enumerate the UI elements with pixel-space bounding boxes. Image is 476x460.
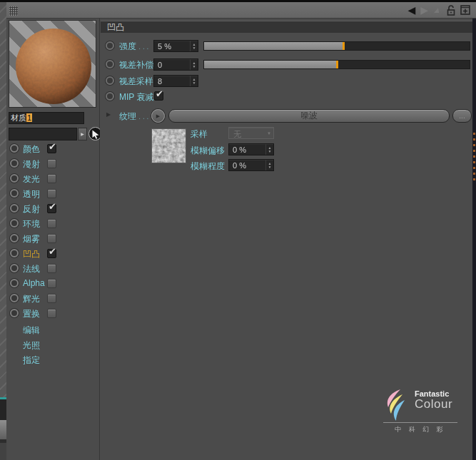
sidebar-item-illumination[interactable]: 光照 (23, 339, 40, 352)
channel-row-glow[interactable]: 辉光 ✔ (6, 292, 100, 306)
stepper-down-icon[interactable]: ▼ (193, 65, 196, 68)
channel-label[interactable]: 法线 (23, 263, 40, 275)
channel-row-alpha[interactable]: Alpha ✔ (6, 277, 100, 291)
channel-label[interactable]: 漫射 (23, 158, 40, 170)
texture-expand-icon[interactable]: ▶ (106, 111, 111, 118)
channel-row-environment[interactable]: 环境 ✔ (6, 217, 100, 231)
channel-row-transparency[interactable]: 透明 ✔ (6, 187, 100, 201)
channel-radio[interactable] (10, 219, 19, 228)
channel-radio[interactable] (10, 204, 19, 213)
forward-icon[interactable]: ▶ (420, 2, 428, 18)
blur-offset-input[interactable]: 0 % ▲ ▼ (228, 143, 274, 155)
channel-label[interactable]: 辉光 (23, 293, 40, 305)
channel-radio[interactable] (10, 279, 19, 287)
background-right-edge (472, 19, 476, 460)
texture-shader-button[interactable]: 噪波 (168, 109, 450, 123)
lock-open-icon[interactable] (447, 4, 455, 16)
sidebar-item-edit[interactable]: 编辑 (23, 324, 40, 337)
parallax-offset-stepper[interactable]: ▲ ▼ (190, 59, 198, 70)
stepper-down-icon[interactable]: ▼ (268, 165, 272, 169)
strength-anim-dot[interactable] (106, 41, 114, 50)
channel-label[interactable]: 发光 (23, 173, 40, 185)
channel-radio[interactable] (10, 309, 19, 317)
channel-radio[interactable] (10, 234, 19, 242)
channel-row-bump[interactable]: 凹凸 ✔ (6, 247, 100, 261)
noise-texture-thumbnail[interactable] (151, 128, 186, 163)
blur-offset-stepper[interactable]: ▲ ▼ (265, 144, 273, 155)
channel-label[interactable]: 透明 (23, 188, 40, 200)
channel-checkbox[interactable]: ✔ (47, 234, 56, 243)
channel-row-diffusion[interactable]: 漫射 ✔ (6, 157, 100, 171)
strength-stepper[interactable]: ▲ ▼ (190, 41, 198, 51)
texture-menu-button[interactable]: ▶ (151, 109, 165, 123)
channel-checkbox[interactable]: ✔ (47, 159, 56, 168)
material-name-selection: 1 (26, 113, 32, 122)
channel-row-fog[interactable]: 烟雾 ✔ (6, 232, 100, 246)
back-icon[interactable]: ◀ (408, 2, 416, 18)
material-editor-window: ◀ ▶ ▲ (0, 0, 476, 460)
channel-label[interactable]: 凹凸 (23, 248, 40, 260)
channel-label[interactable]: 环境 (23, 218, 40, 230)
parallax-offset-slider[interactable] (203, 60, 470, 69)
channel-row-normal[interactable]: 法线 ✔ (6, 262, 100, 276)
channel-label[interactable]: 烟雾 (23, 233, 40, 245)
mip-checkbox[interactable]: ✔ (154, 91, 163, 101)
stepper-down-icon[interactable]: ▼ (193, 46, 196, 50)
channel-checkbox[interactable]: ✔ (47, 189, 56, 198)
channel-checkbox[interactable]: ✔ (47, 174, 56, 183)
shader-slot-field[interactable] (9, 128, 77, 140)
slider-handle[interactable] (336, 61, 338, 68)
cursor-arrow-icon (92, 130, 100, 139)
channel-row-color[interactable]: 颜色 ✔ (6, 142, 100, 156)
channel-row-displacement[interactable]: 置换 ✔ (6, 307, 100, 321)
nav-extra-icon[interactable]: ▲ (431, 2, 445, 18)
channel-checkbox[interactable]: ✔ (47, 279, 56, 288)
channel-checkbox[interactable]: ✔ (47, 309, 56, 318)
mip-anim-dot[interactable] (106, 92, 114, 101)
stepper-down-icon[interactable]: ▼ (193, 81, 196, 85)
parallax-offset-input[interactable]: 0 ▲ ▼ (153, 58, 198, 71)
section-title-bump: 凹凸 (101, 21, 472, 33)
channel-label[interactable]: Alpha (23, 278, 45, 288)
texture-browse-button[interactable]: ... (452, 109, 472, 123)
check-icon: ✔ (49, 141, 56, 152)
channel-row-reflectance[interactable]: 反射 ✔ (6, 202, 100, 216)
channel-checkbox[interactable]: ✔ (47, 219, 56, 228)
parallax-samples-input[interactable]: 8 ▲ ▼ (153, 75, 198, 87)
channel-row-luminance[interactable]: 发光 ✔ (6, 172, 100, 186)
parallax-samples-stepper[interactable]: ▲ ▼ (190, 76, 198, 86)
shader-slot-arrow-button[interactable]: ▶ (78, 128, 87, 140)
channel-radio[interactable] (10, 174, 19, 183)
background-button-edge (0, 420, 6, 439)
channel-radio[interactable] (10, 144, 19, 153)
watermark-subtitle: Colour (415, 398, 452, 411)
strength-input[interactable]: 5 % ▲ ▼ (153, 40, 198, 52)
parallax-offset-anim-dot[interactable] (106, 60, 114, 68)
sidebar-item-assign[interactable]: 指定 (23, 354, 40, 367)
dropdown-arrow-icon: ▼ (267, 131, 271, 136)
channel-radio[interactable] (10, 159, 19, 168)
drag-grip-icon[interactable] (9, 6, 18, 16)
strength-slider[interactable] (203, 41, 470, 51)
channel-radio[interactable] (10, 264, 19, 272)
blur-scale-stepper[interactable]: ▲ ▼ (265, 160, 273, 170)
channel-checkbox[interactable]: ✔ (47, 249, 56, 258)
blur-scale-input[interactable]: 0 % ▲ ▼ (228, 159, 274, 171)
channel-label[interactable]: 反射 (23, 203, 40, 215)
channel-checkbox[interactable]: ✔ (47, 294, 56, 303)
channel-radio[interactable] (10, 189, 19, 198)
channel-label[interactable]: 颜色 (23, 143, 40, 155)
parallax-samples-anim-dot[interactable] (106, 76, 114, 85)
channel-checkbox[interactable]: ✔ (47, 264, 56, 273)
channel-radio[interactable] (10, 249, 19, 257)
material-preview[interactable] (9, 20, 96, 108)
slider-handle[interactable] (343, 42, 345, 50)
stepper-down-icon[interactable]: ▼ (268, 150, 272, 153)
channel-label[interactable]: 置换 (23, 308, 40, 320)
channel-checkbox[interactable]: ✔ (47, 204, 56, 213)
channel-checkbox[interactable]: ✔ (47, 144, 56, 153)
new-window-icon[interactable] (460, 5, 470, 15)
parallax-offset-label: 视差补偿 (119, 59, 153, 71)
channel-radio[interactable] (10, 294, 19, 302)
material-name-input[interactable]: 材质1 (9, 112, 84, 124)
